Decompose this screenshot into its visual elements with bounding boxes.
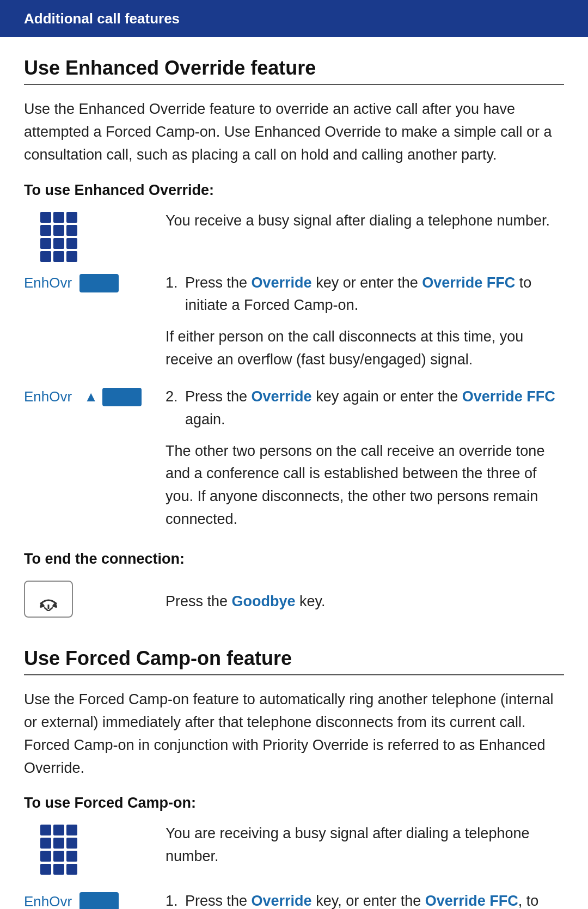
section2-subsection1-label-block: To use Forced Camp-on: <box>24 795 564 812</box>
step2-pre: Press the <box>185 388 252 405</box>
s2-step0-desc: You are receiving a busy signal after di… <box>166 822 564 868</box>
step0-right: You receive a busy signal after dialing … <box>166 210 564 272</box>
s2-step0-right: You are receiving a busy signal after di… <box>166 822 564 884</box>
s2-step1-mid: key, or enter the <box>312 893 425 909</box>
step0-desc: You receive a busy signal after dialing … <box>166 210 564 233</box>
step0-left <box>24 210 166 272</box>
kd2 <box>53 212 64 223</box>
kd8 <box>53 238 64 249</box>
s2-step0-left <box>24 822 166 884</box>
step1-mid: key or enter the <box>312 274 422 291</box>
s2-step1-block: EnhOvr 1. Press the Override key, or ent… <box>24 890 564 909</box>
s2-step1-numbered: 1. Press the Override key, or enter the … <box>166 890 564 909</box>
s2-step1-number: 1. <box>166 890 185 909</box>
s2-kd1 <box>40 825 51 835</box>
s2-step0-block: You are receiving a busy signal after di… <box>24 822 564 884</box>
s2-kd11 <box>53 864 64 875</box>
section1-title: Use Enhanced Override feature <box>24 57 564 85</box>
section-forced-campon: Use Forced Camp-on feature Use the Force… <box>24 647 564 909</box>
step2-key-label: EnhOvr <box>24 388 72 405</box>
goodbye-phone-icon <box>36 587 60 611</box>
step1-number: 1. <box>166 272 185 318</box>
step2-number: 2. <box>166 386 185 431</box>
s2-step1-key-label: EnhOvr <box>24 893 72 909</box>
s2-kd10 <box>40 864 51 875</box>
s2-kd12 <box>66 864 77 875</box>
kd4 <box>40 225 51 236</box>
step2-post: again. <box>185 411 225 428</box>
step1-left: EnhOvr <box>24 272 166 381</box>
step1-numbered: 1. Press the Override key or enter the O… <box>166 272 564 318</box>
step0-block: You receive a busy signal after dialing … <box>24 210 564 272</box>
step2-bold2: Override FFC <box>462 388 555 405</box>
step2-key-button <box>102 388 142 406</box>
kd6 <box>66 225 77 236</box>
s2-step1-key-row: EnhOvr <box>24 892 119 909</box>
step1-block: EnhOvr 1. Press the Override key or ente… <box>24 272 564 381</box>
s2-step1-pre: Press the <box>185 893 252 909</box>
goodbye-bold: Goodbye <box>232 593 296 609</box>
goodbye-post: key. <box>296 593 326 609</box>
goodbye-pre: Press the <box>166 593 232 609</box>
step2-numbered: 2. Press the Override key again or enter… <box>166 386 564 431</box>
s2-kd3 <box>66 825 77 835</box>
subsection2-block: To end the connection: <box>24 551 564 625</box>
step2-key-row: EnhOvr ▲ <box>24 388 142 406</box>
step1-note: If either person on the call disconnects… <box>166 326 564 371</box>
kd9 <box>66 238 77 249</box>
step1-text: Press the Override key or enter the Over… <box>185 272 564 318</box>
s2-kd8 <box>53 851 64 862</box>
kd1 <box>40 212 51 223</box>
section2-description: Use the Forced Camp-on feature to automa… <box>24 688 564 779</box>
s2-step1-right: 1. Press the Override key, or enter the … <box>166 890 564 909</box>
kd7 <box>40 238 51 249</box>
keypad-icon <box>40 212 77 262</box>
step1-key-label: EnhOvr <box>24 274 72 291</box>
step2-bold1: Override <box>252 388 312 405</box>
section1-description: Use the Enhanced Override feature to ove… <box>24 98 564 167</box>
person-icon: ▲ <box>84 388 98 405</box>
kd11 <box>53 251 64 262</box>
s2-kd5 <box>53 838 64 849</box>
s2-kd7 <box>40 851 51 862</box>
goodbye-desc: Press the Goodbye key. <box>166 590 326 613</box>
goodbye-right: Press the Goodbye key. <box>166 578 564 625</box>
s2-step1-key-button <box>79 892 119 909</box>
header-bar: Additional call features <box>0 0 588 37</box>
step1-right: 1. Press the Override key or enter the O… <box>166 272 564 381</box>
subsection1-label: To use Enhanced Override: <box>24 182 564 199</box>
section2-title: Use Forced Camp-on feature <box>24 647 564 675</box>
step1-key-button <box>79 274 119 292</box>
s2-step1-bold2: Override FFC <box>425 893 518 909</box>
s2-kd2 <box>53 825 64 835</box>
s2-step1-bold1: Override <box>252 893 312 909</box>
step1-pre: Press the <box>185 274 252 291</box>
step1-bold2: Override FFC <box>422 274 515 291</box>
s2-step1-left: EnhOvr <box>24 890 166 909</box>
subsection2-label: To end the connection: <box>24 551 564 568</box>
s2-kd9 <box>66 851 77 862</box>
step1-key-row: EnhOvr <box>24 274 119 292</box>
goodbye-left <box>24 578 166 625</box>
section2-subsection1-label: To use Forced Camp-on: <box>24 795 564 812</box>
step2-mid: key again or enter the <box>312 388 462 405</box>
step2-note: The other two persons on the call receiv… <box>166 440 564 531</box>
goodbye-block: Press the Goodbye key. <box>24 578 564 625</box>
s2-kd4 <box>40 838 51 849</box>
subsection1-label-block: To use Enhanced Override: <box>24 182 564 199</box>
step1-bold1: Override <box>252 274 312 291</box>
goodbye-key-box <box>24 581 73 618</box>
section-enhanced-override: Use Enhanced Override feature Use the En… <box>24 57 564 625</box>
step2-right: 2. Press the Override key again or enter… <box>166 386 564 541</box>
page-content: Use Enhanced Override feature Use the En… <box>0 57 588 909</box>
step2-block: EnhOvr ▲ 2. Press the Override key again… <box>24 386 564 541</box>
step2-text: Press the Override key again or enter th… <box>185 386 564 431</box>
kd10 <box>40 251 51 262</box>
kd12 <box>66 251 77 262</box>
kd5 <box>53 225 64 236</box>
step2-left: EnhOvr ▲ <box>24 386 166 541</box>
header-label: Additional call features <box>24 10 180 27</box>
s2-kd6 <box>66 838 77 849</box>
s2-keypad-icon <box>40 825 77 875</box>
s2-step1-text: Press the Override key, or enter the Ove… <box>185 890 564 909</box>
